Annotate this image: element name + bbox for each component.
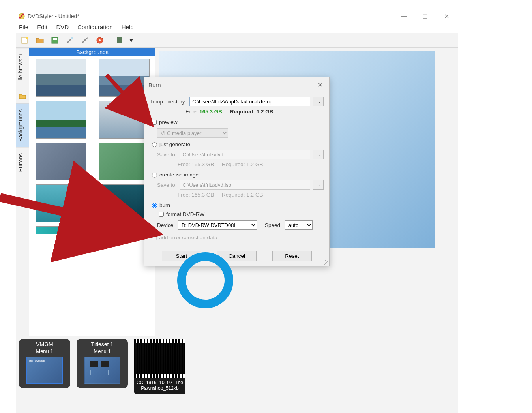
- background-thumb[interactable]: [99, 184, 150, 222]
- jg-req: Required: 1.2 GB: [222, 161, 263, 167]
- menu-dvd[interactable]: DVD: [56, 24, 69, 30]
- preview-checkbox[interactable]: [152, 120, 157, 125]
- titleset-menu-label: Menu 1: [78, 348, 126, 354]
- jg-free: Free: 165.3 GB: [178, 161, 214, 167]
- iso-req: Required: 1.2 GB: [222, 192, 263, 198]
- wizard-icon[interactable]: [63, 34, 77, 46]
- background-thumb[interactable]: [99, 101, 150, 139]
- timeline-strip: VMGM Menu 1 The Pawnshop Titleset 1 Menu…: [16, 336, 458, 413]
- clip-thumb: [134, 339, 185, 378]
- menubar: File Edit DVD Configuration Help: [16, 22, 458, 33]
- side-tabs: File browser Backgrounds Buttons: [16, 48, 29, 336]
- maximize-button[interactable]: ☐: [420, 13, 430, 20]
- temp-dir-browse-button[interactable]: ...: [313, 97, 324, 106]
- toolbar: + ▾: [16, 33, 458, 48]
- menu-help[interactable]: Help: [122, 24, 134, 30]
- ecc-label: add error correction data: [159, 235, 217, 240]
- svg-text:+: +: [122, 37, 124, 43]
- iso-free: Free: 165.3 GB: [178, 192, 214, 198]
- titleset-card[interactable]: Titleset 1 Menu 1: [77, 339, 128, 388]
- background-thumb[interactable]: [36, 143, 86, 180]
- required-label: Required:: [230, 109, 255, 115]
- close-button[interactable]: ✕: [441, 13, 451, 20]
- clip-card[interactable]: CC_1916_10_02_ThePawnshop_512kb: [134, 339, 185, 394]
- iso-path-input: [180, 180, 310, 190]
- window-title: DVDStyler - Untitled*: [28, 13, 399, 19]
- device-select[interactable]: D: DVD-RW DVRTD08L: [178, 220, 257, 230]
- required-value: 1.2 GB: [257, 109, 273, 115]
- svg-point-5: [71, 37, 73, 39]
- free-value: 165.3 GB: [199, 109, 222, 115]
- reset-button[interactable]: Reset: [272, 251, 312, 261]
- background-thumb[interactable]: [99, 143, 150, 180]
- burn-option-label: burn: [159, 202, 170, 208]
- iso-saveto-label: Save to:: [157, 182, 177, 188]
- backgrounds-panel: Backgrounds: [29, 48, 155, 336]
- clip-name: CC_1916_10_02_ThePawnshop_512kb: [134, 378, 185, 393]
- tab-folder-icon[interactable]: [16, 89, 29, 103]
- preview-player-select: VLC media player: [157, 128, 228, 138]
- jg-saveto-label: Save to:: [157, 152, 177, 158]
- background-thumb[interactable]: [36, 226, 86, 234]
- titleset-title: Titleset 1: [78, 341, 126, 347]
- add-clip-icon[interactable]: +: [113, 34, 127, 46]
- dialog-title: Burn: [148, 82, 161, 88]
- speed-select[interactable]: auto: [285, 220, 313, 230]
- vmgm-thumb: The Pawnshop: [26, 357, 63, 384]
- vmgm-card[interactable]: VMGM Menu 1 The Pawnshop: [19, 339, 70, 388]
- device-label: Device:: [157, 222, 175, 228]
- app-icon: [18, 13, 25, 20]
- free-label: Free:: [185, 109, 198, 115]
- background-thumb[interactable]: [36, 101, 86, 139]
- create-iso-label: create iso image: [159, 172, 199, 178]
- svg-rect-4: [53, 38, 57, 40]
- tools-icon[interactable]: [78, 34, 92, 46]
- tab-backgrounds[interactable]: Backgrounds: [16, 103, 29, 147]
- background-thumb[interactable]: [99, 59, 150, 97]
- titlebar: DVDStyler - Untitled* — ☐ ✕: [16, 10, 458, 22]
- iso-browse-button: ...: [313, 180, 324, 190]
- menu-file[interactable]: File: [19, 24, 28, 30]
- start-button[interactable]: Start: [162, 251, 201, 261]
- temp-dir-label: Temp directory:: [150, 99, 186, 105]
- resize-grip-icon[interactable]: [324, 260, 328, 265]
- vmgm-menu-label: Menu 1: [21, 348, 69, 354]
- burn-dialog: Burn ✕ Temp directory: ... Free: 165.3 G…: [144, 77, 330, 266]
- backgrounds-header: Backgrounds: [29, 48, 155, 56]
- titleset-thumb: [84, 357, 120, 384]
- background-thumb[interactable]: [36, 59, 86, 97]
- cancel-button[interactable]: Cancel: [217, 251, 257, 261]
- dropdown-arrow-icon[interactable]: ▾: [128, 34, 134, 46]
- open-icon[interactable]: [33, 34, 47, 46]
- preview-label: preview: [159, 119, 178, 125]
- dialog-close-icon[interactable]: ✕: [315, 81, 325, 90]
- jg-path-input: [180, 150, 310, 159]
- new-icon[interactable]: [18, 34, 32, 46]
- backgrounds-list[interactable]: [29, 56, 155, 336]
- just-generate-radio[interactable]: [152, 142, 157, 147]
- minimize-button[interactable]: —: [399, 13, 409, 20]
- tab-file-browser[interactable]: File browser: [16, 48, 29, 89]
- menu-configuration[interactable]: Configuration: [77, 24, 112, 30]
- svg-point-2: [26, 37, 28, 39]
- format-dvdrw-label: format DVD-RW: [166, 211, 204, 217]
- just-generate-label: just generate: [159, 141, 190, 147]
- burn-radio[interactable]: [152, 203, 157, 208]
- tab-buttons[interactable]: Buttons: [16, 147, 29, 177]
- menu-edit[interactable]: Edit: [37, 24, 47, 30]
- temp-dir-input[interactable]: [189, 97, 310, 106]
- ecc-checkbox: [152, 235, 157, 240]
- format-dvdrw-checkbox[interactable]: [159, 212, 164, 217]
- burn-icon[interactable]: [93, 34, 107, 46]
- vmgm-title: VMGM: [21, 341, 69, 347]
- create-iso-radio[interactable]: [152, 173, 157, 178]
- background-thumb[interactable]: [36, 184, 86, 222]
- save-icon[interactable]: [48, 34, 62, 46]
- jg-browse-button: ...: [313, 150, 324, 159]
- background-thumb[interactable]: [99, 226, 150, 234]
- speed-label: Speed:: [265, 222, 282, 228]
- svg-rect-8: [117, 37, 122, 43]
- svg-point-7: [99, 39, 101, 41]
- toolbar-separator: [111, 35, 111, 45]
